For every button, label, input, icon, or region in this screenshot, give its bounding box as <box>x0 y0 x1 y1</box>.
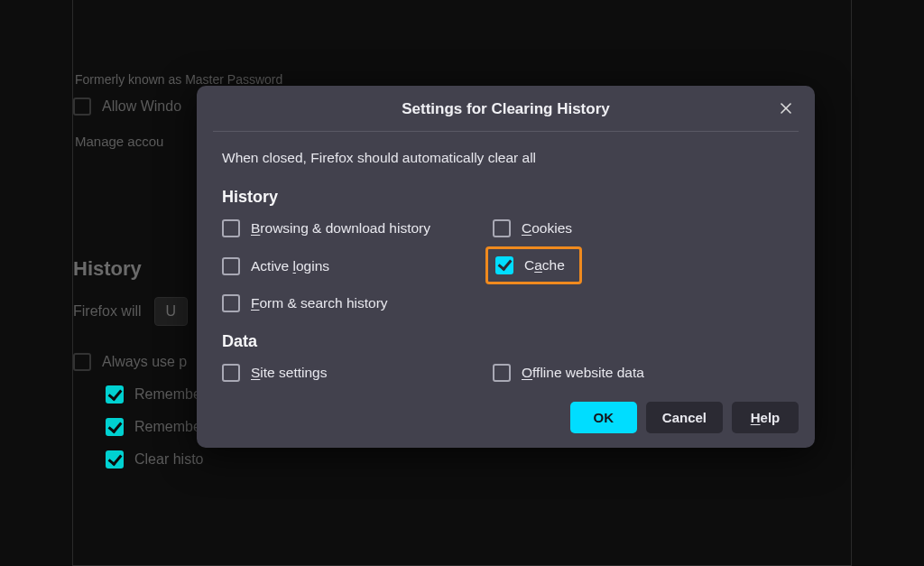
close-icon[interactable] <box>772 94 800 123</box>
browsing-checkbox[interactable] <box>222 219 240 237</box>
always-private-label: Always use p <box>102 354 187 370</box>
offline-data-checkbox[interactable] <box>493 364 511 382</box>
option-active-logins[interactable]: Active logins <box>222 254 493 278</box>
help-button[interactable]: Help <box>732 402 799 433</box>
data-options-grid: Site settings Offline website data <box>222 364 790 382</box>
clear-history-row: Clear histo <box>106 450 851 469</box>
cache-highlight: Cache <box>485 246 582 284</box>
firefox-will-select[interactable]: U <box>154 297 189 326</box>
section-data-title: Data <box>222 332 790 351</box>
option-form-search[interactable]: Form & search history <box>222 294 493 312</box>
form-search-checkbox[interactable] <box>222 294 240 312</box>
page-root: Formerly known as Master Password Allow … <box>0 0 924 566</box>
offline-data-label: Offline website data <box>522 365 644 381</box>
browsing-label: Browsing & download history <box>251 220 430 237</box>
dialog-footer: OK Cancel Help <box>197 402 815 448</box>
option-browsing[interactable]: Browsing & download history <box>222 219 493 237</box>
option-cache-wrapper: Cache <box>493 254 790 278</box>
cache-checkbox[interactable] <box>495 256 513 274</box>
form-search-label: Form & search history <box>251 295 388 311</box>
dialog-header: Settings for Clearing History <box>213 86 799 132</box>
clear-history-checkbox[interactable] <box>106 450 124 469</box>
section-history-title: History <box>222 188 790 207</box>
active-logins-label: Active logins <box>251 258 329 274</box>
formerly-note: Formerly known as Master Password <box>75 72 851 87</box>
dialog-title: Settings for Clearing History <box>402 100 609 117</box>
option-cookies[interactable]: Cookies <box>493 219 790 237</box>
cookies-checkbox[interactable] <box>493 219 511 237</box>
option-site-settings[interactable]: Site settings <box>222 364 493 382</box>
remember-checkbox-2[interactable] <box>106 418 124 436</box>
always-private-checkbox[interactable] <box>73 353 91 371</box>
cookies-label: Cookies <box>522 220 572 237</box>
option-offline-data[interactable]: Offline website data <box>493 364 790 382</box>
firefox-will-label: Firefox will <box>73 303 142 320</box>
clear-history-label: Clear histo <box>134 451 203 468</box>
dialog-intro: When closed, Firefox should automaticall… <box>222 150 790 166</box>
remember-checkbox-1[interactable] <box>106 385 124 404</box>
allow-windows-label: Allow Windo <box>102 98 181 115</box>
option-cache[interactable]: Cache <box>495 256 565 274</box>
remember-label-2: Remembe <box>134 419 201 435</box>
active-logins-checkbox[interactable] <box>222 257 240 275</box>
cache-label: Cache <box>524 257 565 274</box>
remember-label-1: Remembe <box>134 386 201 403</box>
dialog-body: When closed, Firefox should automaticall… <box>197 132 815 402</box>
site-settings-label: Site settings <box>251 365 327 381</box>
history-options-grid: Browsing & download history Cookies Acti… <box>222 219 790 312</box>
allow-windows-checkbox[interactable] <box>73 97 91 116</box>
cancel-button[interactable]: Cancel <box>646 402 723 433</box>
ok-button[interactable]: OK <box>570 402 637 433</box>
clear-history-dialog: Settings for Clearing History When close… <box>197 86 815 448</box>
site-settings-checkbox[interactable] <box>222 364 240 382</box>
